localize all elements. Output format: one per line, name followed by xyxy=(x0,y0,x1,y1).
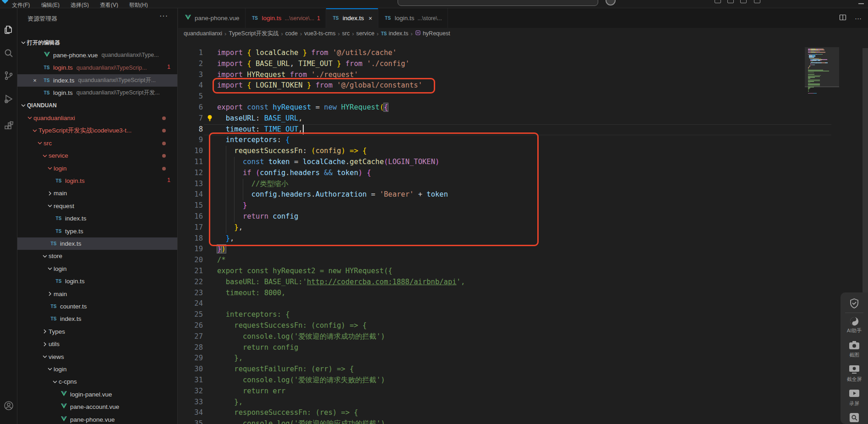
tab-pane-phone.vue[interactable]: pane-phone.vue xyxy=(178,8,246,28)
breadcrumb-item[interactable]: TSindex.ts xyxy=(381,30,409,37)
section-project[interactable]: QIANDUAN xyxy=(17,99,178,112)
vue-icon xyxy=(60,416,68,423)
shield-tool-icon[interactable] xyxy=(841,298,868,311)
open-editor-row[interactable]: TSlogin.tsquanduanlianxi\TypeScrip...1 xyxy=(17,61,178,74)
chevron-right-icon xyxy=(46,290,54,297)
record-tool-icon[interactable] xyxy=(841,389,868,399)
breadcrumb-item[interactable]: hyRequest xyxy=(415,30,450,37)
breadcrumb-separator-icon: › xyxy=(281,30,283,37)
command-center-searchbox[interactable] xyxy=(398,0,598,6)
open-editor-row[interactable]: ×TSindex.tsquanduanlianxi\TypeScript开... xyxy=(17,74,178,87)
breadcrumb-item[interactable]: quanduanlianxi xyxy=(184,30,222,37)
close-icon[interactable]: × xyxy=(369,15,372,22)
tab-index.ts[interactable]: TSindex.ts× xyxy=(326,8,378,28)
ai-tool-icon[interactable] xyxy=(841,316,868,328)
close-icon[interactable]: × xyxy=(31,77,38,84)
line-number: 29 xyxy=(178,353,203,364)
tree-item-login.ts[interactable]: TSlogin.ts xyxy=(17,275,178,287)
extensions-icon[interactable] xyxy=(3,121,14,132)
menu-item[interactable]: 查看(V) xyxy=(100,1,118,8)
tree-item-service[interactable]: service xyxy=(17,149,178,162)
fullscreen-tool-icon[interactable] xyxy=(841,365,868,376)
tree-item-request[interactable]: request xyxy=(17,200,178,212)
tree-item-quanduanlianxi[interactable]: quanduanlianxi xyxy=(17,112,178,124)
chevron-down-icon xyxy=(20,102,27,109)
tree-item-index.ts[interactable]: TSindex.ts xyxy=(17,313,178,325)
split-editor-icon[interactable] xyxy=(839,14,846,23)
tree-item-counter.ts[interactable]: TScounter.ts xyxy=(17,300,178,313)
run-debug-icon[interactable] xyxy=(3,94,14,105)
tree-item-login.ts[interactable]: TSlogin.ts1 xyxy=(17,175,178,187)
code-line: export const hyRequest = new HYRequest({ xyxy=(217,102,388,113)
sync-icon[interactable] xyxy=(606,0,616,6)
open-editor-path: quanduanlianxi\Type... xyxy=(102,52,162,58)
code-editor[interactable]: 1import { localCache } from '@/utils/cac… xyxy=(178,39,868,424)
code-line: console.log('爱彼迎的响应成功的拦截') xyxy=(217,418,385,424)
tree-item-utils[interactable]: utils xyxy=(17,338,178,350)
tree-item-login[interactable]: login xyxy=(17,162,178,175)
breadcrumb-item[interactable]: src xyxy=(342,30,350,37)
tree-item-pane-account.vue[interactable]: pane-account.vue xyxy=(17,401,178,413)
tree-item-login[interactable]: login xyxy=(17,263,178,275)
tree-item-main[interactable]: main xyxy=(17,187,178,199)
breadcrumb-item[interactable]: code xyxy=(285,30,298,37)
tree-item-pane-phone.vue[interactable]: pane-phone.vue xyxy=(17,413,178,424)
more-actions-icon[interactable]: ··· xyxy=(855,14,862,22)
menu-item[interactable]: 选择(S) xyxy=(71,1,89,8)
tree-item-login-panel.vue[interactable]: login-panel.vue xyxy=(17,388,178,401)
layout-toggle-icon[interactable] xyxy=(740,0,747,3)
sidebar-more-actions-icon[interactable]: ··· xyxy=(159,12,168,20)
layout-toggle-icon[interactable] xyxy=(715,0,721,3)
typescript-icon: TS xyxy=(55,178,63,183)
camera-tool-icon[interactable] xyxy=(841,341,868,352)
tree-item-src[interactable]: src xyxy=(17,137,178,149)
tree-item-store[interactable]: store xyxy=(17,250,178,262)
breadcrumb-item[interactable]: vue3-ts-cms xyxy=(304,30,335,37)
account-icon[interactable] xyxy=(3,400,14,411)
minimap-line xyxy=(813,93,817,94)
layout-toggle-icon[interactable] xyxy=(754,0,760,3)
search-tool-icon[interactable] xyxy=(841,413,868,424)
tree-item-type.ts[interactable]: TStype.ts xyxy=(17,225,178,237)
breadcrumb-item[interactable]: service xyxy=(356,30,375,37)
section-open-editors[interactable]: 打开的编辑器 xyxy=(17,37,178,49)
line-number: 7 xyxy=(178,113,203,124)
layout-toggle-icon[interactable] xyxy=(727,0,734,3)
folder-name: login xyxy=(54,165,67,172)
code-line: console.log('爱彼迎的请求失败的拦截') xyxy=(217,375,385,386)
tab-label: login.ts xyxy=(395,15,415,22)
breadcrumb-item[interactable]: TypeScript开发实战 xyxy=(229,30,278,38)
tree-item-c-cpns[interactable]: c-cpns xyxy=(17,375,178,388)
lightbulb-icon[interactable] xyxy=(206,115,213,122)
folder-name: src xyxy=(44,140,52,147)
typescript-icon: TS xyxy=(43,78,51,83)
tree-item-Types[interactable]: Types xyxy=(17,325,178,338)
menu-item[interactable]: 帮助(H) xyxy=(129,1,148,8)
file-name: pane-phone.vue xyxy=(70,416,115,423)
line-number: 9 xyxy=(178,135,203,146)
folder-name: store xyxy=(49,253,62,259)
line-number: 25 xyxy=(178,309,203,320)
tree-item-index.ts[interactable]: TSindex.ts xyxy=(17,212,178,225)
menu-item[interactable]: 文件(F) xyxy=(12,1,30,8)
tree-item-index.ts[interactable]: TSindex.ts xyxy=(17,237,178,250)
tree-item-main[interactable]: main xyxy=(17,288,178,300)
minimap-slider[interactable] xyxy=(805,47,839,87)
open-editor-row[interactable]: TSlogin.tsquanduanlianxi\TypeScript开发... xyxy=(17,87,178,99)
source-control-icon[interactable] xyxy=(3,70,14,81)
menu-item[interactable]: 编辑(E) xyxy=(41,1,60,8)
tab-login.ts[interactable]: TSlogin.ts...\store\... xyxy=(378,8,448,28)
section-label: QIANDUAN xyxy=(27,102,57,109)
minimize-icon[interactable] xyxy=(858,3,864,4)
code-line: interceptors: { xyxy=(217,309,290,320)
breadcrumb-label: index.ts xyxy=(388,30,408,37)
line-number: 35 xyxy=(178,418,203,424)
tab-login.ts[interactable]: TSlogin.ts...\service\...1 xyxy=(246,8,326,28)
tree-item-login[interactable]: login xyxy=(17,363,178,375)
tree-item-views[interactable]: views xyxy=(17,351,178,363)
explorer-icon[interactable] xyxy=(3,24,14,35)
tree-item-TypeScript_code_vue3-t...[interactable]: TypeScript开发实战\code\vue3-t... xyxy=(17,124,178,137)
line-number: 8 xyxy=(178,124,203,135)
open-editor-row[interactable]: pane-phone.vuequanduanlianxi\Type... xyxy=(17,49,178,61)
search-icon[interactable] xyxy=(3,48,14,59)
